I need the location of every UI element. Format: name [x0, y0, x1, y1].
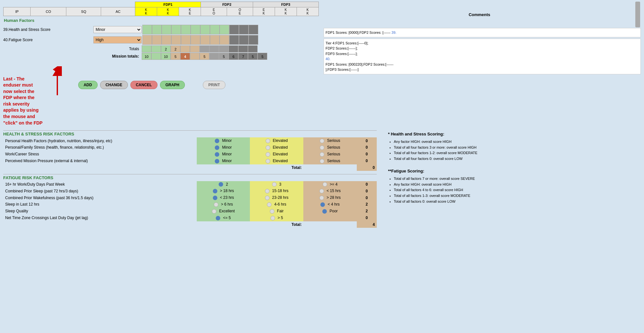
r39-c4[interactable]	[171, 25, 181, 34]
health-stress-header: HEALTH & STRESS RISK FACTORS	[3, 130, 377, 137]
r40-c4[interactable]	[171, 35, 181, 45]
fdp1-header: FDP1	[135, 2, 201, 7]
add-button[interactable]: ADD	[78, 81, 98, 89]
fat-factor-6-opt3[interactable]	[303, 215, 357, 221]
r40-c3[interactable]	[162, 35, 171, 45]
hs-factor-2-minor[interactable]: Minor	[197, 144, 250, 151]
r39-c9[interactable]	[220, 25, 229, 34]
radio-fat-6-opt2	[270, 216, 275, 220]
row40-select[interactable]: Low Moderate High Severe	[93, 36, 142, 43]
r40-c8[interactable]	[210, 35, 220, 45]
fdp2-header: FDP2	[201, 2, 253, 7]
hs-factor-1-serious[interactable]: Serious	[303, 137, 357, 144]
fat-factor-6-opt2[interactable]: > 5	[250, 215, 303, 221]
r39-c6[interactable]	[191, 25, 200, 34]
fat-factor-1-opt3[interactable]: >= 4	[303, 181, 357, 188]
hs-factor-2-elevated[interactable]: Elevated	[250, 144, 303, 151]
fat-factor-3-opt2[interactable]: 23-28 hrs	[250, 194, 303, 201]
r39-c5[interactable]	[181, 25, 191, 34]
hs-factor-3-serious[interactable]: Serious	[303, 151, 357, 158]
action-buttons: ADD CHANGE CANCEL GRAPH PRINT	[78, 81, 225, 89]
t2	[151, 45, 161, 52]
t5	[180, 45, 190, 52]
radio-fat-1-opt3	[323, 182, 327, 187]
radio-fat-5-opt1	[212, 209, 216, 214]
graph-button[interactable]: GRAPH	[160, 81, 185, 89]
r39-c1[interactable]	[142, 25, 152, 34]
fat-factor-5-opt3[interactable]: Poor	[303, 208, 357, 215]
t6	[190, 45, 200, 52]
fat-factor-6-label: Net Time Zone Crossings Last Duty Day (j…	[3, 215, 197, 221]
row39-select[interactable]: Minor Moderate High Severe	[93, 26, 142, 33]
hs-factor-1-elevated[interactable]: Elevated	[250, 137, 303, 144]
fat-factor-2-label: Combined Prior Sleep (past 72 hrs/3 days…	[3, 188, 197, 194]
r40-c5[interactable]	[181, 35, 191, 45]
fat-factor-2-opt2[interactable]: 15-18 hrs	[250, 188, 303, 194]
hs-factor-4-elevated[interactable]: Elevated	[250, 158, 303, 164]
hs-factor-3-label: Work/Career Stress	[3, 151, 197, 158]
bottom-layout: HEALTH & STRESS RISK FACTORS Personal He…	[0, 128, 644, 227]
hs-factor-1-minor[interactable]: Minor	[197, 137, 250, 144]
fat-total-row: Total: 4	[3, 221, 377, 228]
hs-factor-1-score: 0	[357, 137, 377, 144]
fat-factor-6-opt1[interactable]: <= 5	[197, 215, 250, 221]
fat-factor-4-opt1[interactable]: > 6 hrs	[197, 201, 250, 208]
r39-c11[interactable]	[239, 25, 249, 34]
hs-factor-4-minor[interactable]: Minor	[197, 158, 250, 164]
r40-c9[interactable]	[220, 35, 229, 45]
r40-c10[interactable]	[229, 35, 239, 45]
fat-factor-3-opt3[interactable]: > 28 hrs	[303, 194, 357, 201]
hs-factor-3-elevated[interactable]: Elevated	[250, 151, 303, 158]
fat-factor-4-opt2[interactable]: 4-6 hrs	[250, 201, 303, 208]
r40-c7[interactable]	[200, 35, 210, 45]
comment-39-link[interactable]: 39.	[392, 31, 396, 34]
fat-factor-1-opt2[interactable]: 3	[250, 181, 303, 188]
r40-c12[interactable]	[249, 35, 258, 45]
fat-factor-5-opt1[interactable]: Excellent	[197, 208, 250, 215]
comment-40-link[interactable]: 40.	[326, 57, 330, 61]
row-39: 39.Health and Stress Score Minor Moderat…	[3, 25, 319, 34]
change-button[interactable]: CHANGE	[100, 81, 128, 89]
hs-factor-1-label: Personal Health Factors (hydration, nutr…	[3, 137, 197, 144]
fat-factor-5-opt2[interactable]: Fair	[250, 208, 303, 215]
fatigue-section: FATIGUE RISK FACTORS 16+ hr Work/Duty Da…	[0, 174, 380, 228]
fdp3-col3: KK	[297, 7, 318, 16]
cancel-button[interactable]: CANCEL	[130, 81, 157, 89]
r40-c11[interactable]	[239, 35, 249, 45]
radio-elevated-3	[266, 152, 270, 157]
scrollbar[interactable]	[635, 2, 640, 27]
fat-factor-1-label: 16+ hr Work/Duty Days Past Week	[3, 181, 197, 188]
hs-factor-4-score: 0	[357, 158, 377, 164]
hs-total-score: 0	[357, 164, 377, 171]
r40-c2[interactable]	[152, 35, 162, 45]
fat-factor-1-opt1[interactable]: 2	[197, 181, 250, 188]
print-button[interactable]: PRINT	[203, 81, 225, 89]
r39-c8[interactable]	[210, 25, 220, 34]
r39-c12[interactable]	[249, 25, 258, 34]
r39-c3[interactable]	[162, 25, 171, 34]
hs-factor-2-score: 0	[357, 144, 377, 151]
hs-factor-4-serious[interactable]: Serious	[303, 158, 357, 164]
hs-factor-3-minor[interactable]: Minor	[197, 151, 250, 158]
fat-factor-2-opt3[interactable]: < 15 hrs	[303, 188, 357, 194]
mission-totals-label: Mission totals:	[3, 54, 142, 59]
t11	[238, 45, 248, 52]
arrow-container	[46, 66, 69, 99]
fat-factor-3-opt1[interactable]: < 23 hrs	[197, 194, 250, 201]
radio-fat-5-opt2	[270, 209, 274, 214]
r39-c2[interactable]	[152, 25, 162, 34]
r39-c10[interactable]	[229, 25, 239, 34]
fat-factor-4-opt3[interactable]: < 4 hrs	[303, 201, 357, 208]
fat-factor-3-score: 0	[357, 194, 377, 201]
r40-c6[interactable]	[191, 35, 200, 45]
fat-factor-2-opt1[interactable]: > 18 hrs	[197, 188, 250, 194]
fdp3-header: FDP3	[253, 2, 318, 7]
fat-factor-5-label: Sleep Quality	[3, 208, 197, 215]
r39-c7[interactable]	[200, 25, 210, 34]
arrow-svg	[46, 66, 69, 98]
radio-serious-1	[320, 139, 324, 143]
fat-factor-1-score: 0	[357, 181, 377, 188]
r40-c1[interactable]	[142, 35, 152, 45]
radio-fat-1-opt1	[219, 182, 223, 187]
hs-factor-2-serious[interactable]: Serious	[303, 144, 357, 151]
